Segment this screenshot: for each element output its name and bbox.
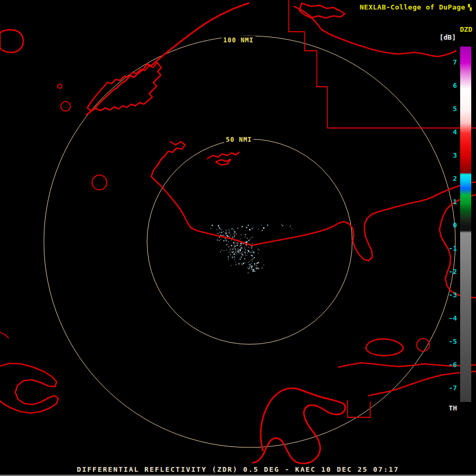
radar-echo-pixel — [228, 260, 228, 260]
radar-echo-pixel — [235, 262, 236, 262]
colorbar-tick--7: -7 — [441, 383, 457, 393]
radar-echo-pixel — [226, 232, 227, 233]
radar-echo-pixel — [245, 250, 245, 250]
radar-echo-pixel — [241, 234, 241, 235]
radar-echo-pixel — [245, 253, 245, 254]
radar-echo-pixel — [233, 251, 234, 251]
radar-echo-pixel — [236, 243, 237, 243]
radar-echo-pixel — [235, 249, 235, 249]
radar-echo-pixel — [231, 249, 231, 249]
radar-echo-pixel — [226, 250, 227, 250]
radar-echo-pixel — [234, 253, 235, 254]
radar-echo-pixel — [233, 233, 234, 234]
radar-echo-pixel — [240, 243, 241, 244]
islet-circle-2 — [92, 175, 107, 190]
colorbar-tick-0: 0 — [441, 221, 457, 230]
radar-echo-pixel — [242, 254, 242, 254]
radar-echo-pixel — [240, 253, 240, 254]
radar-echo-pixel — [252, 256, 252, 257]
colorbar-tick--1: -1 — [441, 244, 457, 253]
radar-echo-pixel — [237, 245, 238, 246]
radar-echo-pixel — [245, 236, 245, 237]
radar-echo-pixel — [246, 227, 247, 228]
radar-echo-pixel — [224, 250, 224, 251]
island-northwest — [0, 30, 23, 52]
colorbar-tick-5: 5 — [441, 104, 457, 114]
radar-echo-pixel — [229, 233, 230, 234]
colorbar-tick-6: 6 — [441, 81, 457, 90]
range-ring-label-50nmi: 50 NMI — [224, 135, 253, 144]
colorbar-tick-4: 4 — [441, 127, 457, 137]
radar-echo-pixel — [290, 225, 291, 226]
radar-echo-pixel — [241, 247, 242, 248]
radar-echo-pixel — [226, 231, 227, 231]
radar-echo-pixel — [254, 271, 255, 272]
radar-echo-pixel — [245, 242, 246, 243]
radar-echo-pixel — [232, 236, 233, 237]
radar-echo-pixel — [236, 264, 236, 265]
radar-echo-pixel — [251, 269, 252, 270]
coastline-southwest-hook — [0, 363, 58, 413]
radar-echo-pixel — [235, 258, 235, 258]
radar-echo-pixel — [232, 252, 233, 253]
radar-echo-pixel — [212, 225, 213, 226]
radar-echo-pixel — [253, 227, 253, 227]
islet-circle-1 — [61, 102, 70, 111]
radar-echo-pixel — [251, 267, 252, 268]
radar-map-canvas — [0, 0, 476, 476]
radar-echo-pixel — [234, 235, 235, 235]
islets-inner-ring — [207, 152, 239, 159]
radar-echo-pixel — [234, 232, 235, 233]
radar-echo-pixel — [225, 230, 226, 230]
colorbar-tick-2: 2 — [441, 174, 457, 184]
radar-echo-pixel — [236, 234, 236, 234]
radar-echo-pixel — [261, 225, 261, 225]
radar-echo-pixel — [258, 268, 259, 269]
radar-echo-pixel — [234, 235, 234, 236]
radar-echo-pixel — [249, 264, 249, 265]
radar-echo-pixel — [234, 233, 235, 234]
coastline-central — [151, 142, 476, 261]
radar-echo-pixel — [233, 237, 233, 237]
radar-echo-pixel — [234, 254, 235, 255]
radar-echo-pixel — [248, 247, 249, 248]
radar-echo-pixel — [252, 251, 252, 251]
radar-echo-pixel — [235, 251, 236, 252]
radar-echo-pixel — [252, 259, 252, 260]
radar-echo-pixel — [240, 251, 240, 252]
radar-display: 100 NMI 50 NMI NEXLAB-College of DuPage▚… — [0, 0, 476, 476]
brand-title: NEXLAB-College of DuPage▚ — [360, 3, 472, 11]
coastline-top-edge-blob — [299, 3, 345, 18]
radar-echo-pixel — [250, 264, 251, 265]
radar-echo-pixel — [245, 244, 245, 245]
radar-echo-pixel — [237, 243, 238, 243]
colorbar-tick-1: 1 — [441, 197, 457, 207]
radar-echo-pixel — [227, 236, 228, 237]
radar-echo-pixel — [238, 250, 239, 251]
radar-echo-pixel — [248, 252, 248, 253]
radar-echo-pixel — [223, 231, 223, 232]
radar-echo-pixel — [231, 252, 232, 252]
radar-echo-pixel — [210, 228, 211, 228]
radar-echo-pixel — [281, 224, 282, 225]
radar-echo-pixel — [221, 234, 221, 235]
colorbar-tick-7: 7 — [441, 58, 457, 67]
radar-echo-pixel — [250, 240, 250, 240]
radar-echo-pixel — [218, 225, 219, 225]
range-ring-50nmi — [147, 139, 352, 344]
radar-echo-pixel — [226, 233, 227, 234]
radar-echo-pixel — [238, 251, 239, 251]
bottom-divider — [0, 475, 476, 475]
radar-echo-pixel — [246, 245, 247, 246]
radar-echo-pixel — [236, 253, 237, 253]
colorbar-tick--6: -6 — [441, 360, 457, 370]
radar-echo-pixel — [249, 267, 250, 267]
radar-echo-pixel — [251, 248, 252, 249]
radar-echo-pixel — [234, 230, 234, 230]
radar-echo-pixel — [241, 249, 241, 249]
radar-echo-pixel — [242, 243, 242, 244]
colorbar-threshold-label: TH — [441, 404, 457, 412]
radar-echo-pixel — [234, 248, 234, 248]
radar-echo-pixel — [234, 237, 234, 237]
radar-echo-pixel — [226, 235, 227, 236]
